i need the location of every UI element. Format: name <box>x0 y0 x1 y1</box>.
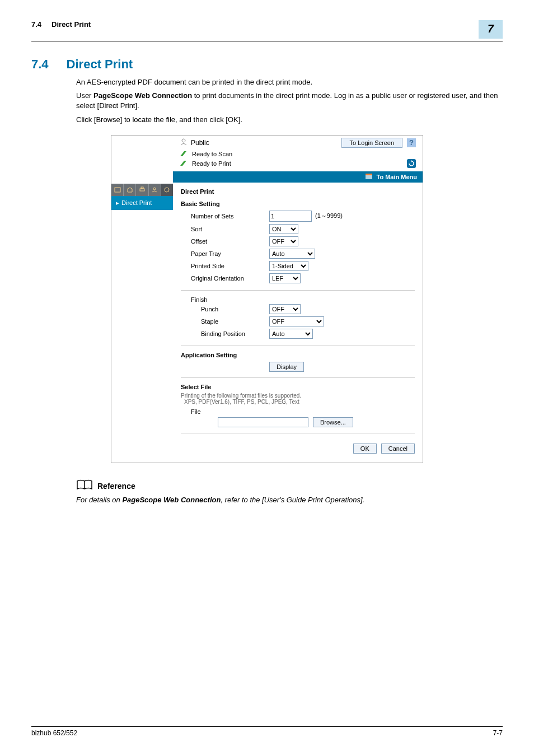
sidebar-item-label: Direct Print <box>121 199 152 206</box>
sidebar: ▸ Direct Print <box>111 136 173 463</box>
printed-side-select[interactable]: 1-Sided <box>269 261 308 271</box>
reference-title: Reference <box>97 482 135 491</box>
heading-title: Direct Print <box>67 57 133 72</box>
chapter-badge: 7 <box>479 20 503 39</box>
svg-marker-6 <box>180 151 186 156</box>
refresh-icon[interactable] <box>407 159 416 168</box>
supported-formats: XPS, PDF(Ver1.6), TIFF, PS, PCL, JPEG, T… <box>181 399 415 405</box>
sort-select[interactable]: ON <box>269 224 298 234</box>
top-row: Public To Login Screen ? <box>173 136 423 150</box>
file-input[interactable] <box>218 417 308 427</box>
number-of-sets-label: Number of Sets <box>191 213 269 220</box>
file-label: File <box>181 405 415 417</box>
sidebar-icon-row <box>111 184 173 196</box>
orientation-label: Original Orientation <box>191 275 269 282</box>
punch-label: Punch <box>201 306 269 312</box>
arrow-icon: ▸ <box>116 199 119 207</box>
number-of-sets-input[interactable] <box>269 211 312 222</box>
paper-tray-select[interactable]: Auto <box>269 249 315 259</box>
footer-page: 7-7 <box>493 729 503 737</box>
help-icon[interactable]: ? <box>407 138 416 147</box>
offset-select[interactable]: OFF <box>269 236 298 246</box>
number-of-sets-range: (1～9999) <box>315 212 343 220</box>
paragraph-1: An AES-encrypted PDF document can be pri… <box>76 77 503 87</box>
content-title: Direct Print <box>181 188 415 195</box>
ref-text-strong: PageScope Web Connection <box>122 496 221 504</box>
printed-side-label: Printed Side <box>191 263 269 269</box>
svg-point-4 <box>165 188 169 192</box>
scan-icon[interactable] <box>111 184 124 196</box>
ref-text-a: For details on <box>76 496 122 504</box>
browse-button[interactable]: Browse... <box>313 417 353 427</box>
finish-label: Finish <box>181 296 415 303</box>
svg-rect-10 <box>366 174 372 175</box>
p2-strong: PageScope Web Connection <box>93 91 192 100</box>
svg-marker-7 <box>180 161 186 166</box>
heading-number: 7.4 <box>31 57 49 72</box>
offset-label: Offset <box>191 238 269 245</box>
staple-label: Staple <box>201 318 269 325</box>
print-status-icon <box>180 160 189 167</box>
embedded-ui-screenshot: ▸ Direct Print Public To Login Screen ? … <box>111 135 423 463</box>
svg-rect-2 <box>141 187 143 189</box>
book-icon <box>76 479 93 493</box>
binding-label: Binding Position <box>201 330 269 337</box>
display-button[interactable]: Display <box>269 362 304 372</box>
svg-point-3 <box>153 188 156 190</box>
page-footer: bizhub 652/552 7-7 <box>31 726 503 737</box>
svg-rect-0 <box>115 188 120 192</box>
print-icon[interactable] <box>136 184 148 196</box>
select-file-heading: Select File <box>181 384 415 390</box>
orientation-select[interactable]: LEF <box>269 273 301 283</box>
status-block: Ready to Scan Ready to Print <box>173 150 423 171</box>
p2-a: User <box>76 91 93 100</box>
paragraph-2: User PageScope Web Connection to print d… <box>76 91 503 111</box>
admin-icon[interactable] <box>149 184 161 196</box>
menu-icon <box>365 173 373 181</box>
svg-point-5 <box>182 139 185 142</box>
main-pane: Public To Login Screen ? Ready to Scan R… <box>173 136 423 463</box>
binding-select[interactable]: Auto <box>269 329 313 339</box>
footer-product: bizhub 652/552 <box>31 729 77 737</box>
print-status-text: Ready to Print <box>192 160 231 167</box>
svg-marker-8 <box>411 160 413 162</box>
to-login-button[interactable]: To Login Screen <box>341 138 403 148</box>
header-section-title: Direct Print <box>51 20 91 29</box>
section-heading: 7.4 Direct Print <box>31 57 503 72</box>
to-main-menu-link[interactable]: To Main Menu <box>376 174 417 180</box>
tool-icon[interactable] <box>161 184 173 196</box>
basic-setting-heading: Basic Setting <box>181 200 415 207</box>
box-icon[interactable] <box>124 184 136 196</box>
user-label: Public <box>191 139 209 147</box>
sort-label: Sort <box>191 226 269 232</box>
body-text-block: An AES-encrypted PDF document can be pri… <box>76 77 503 125</box>
page-header: 7.4 Direct Print 7 <box>31 20 503 41</box>
svg-rect-1 <box>140 189 144 191</box>
app-setting-heading: Application Setting <box>181 352 415 358</box>
paragraph-3: Click [Browse] to locate the file, and t… <box>76 115 503 125</box>
reference-row: Reference <box>76 479 503 493</box>
ok-button[interactable]: OK <box>353 444 377 454</box>
menu-bar: To Main Menu <box>173 171 423 183</box>
scan-status-icon <box>180 150 189 158</box>
user-icon <box>180 138 188 147</box>
punch-select[interactable]: OFF <box>269 304 301 314</box>
paper-tray-label: Paper Tray <box>191 250 269 257</box>
staple-select[interactable]: OFF <box>269 316 324 326</box>
sidebar-item-direct-print[interactable]: ▸ Direct Print <box>111 196 173 210</box>
ref-text-b: , refer to the [User's Guide Print Opera… <box>221 496 364 504</box>
cancel-button[interactable]: Cancel <box>381 444 415 454</box>
reference-text: For details on PageScope Web Connection,… <box>76 496 503 504</box>
content-area: Direct Print Basic Setting Number of Set… <box>173 183 423 463</box>
scan-status-text: Ready to Scan <box>192 151 232 157</box>
header-section-number: 7.4 <box>31 20 41 29</box>
supported-text: Printing of the following format files i… <box>181 393 415 399</box>
